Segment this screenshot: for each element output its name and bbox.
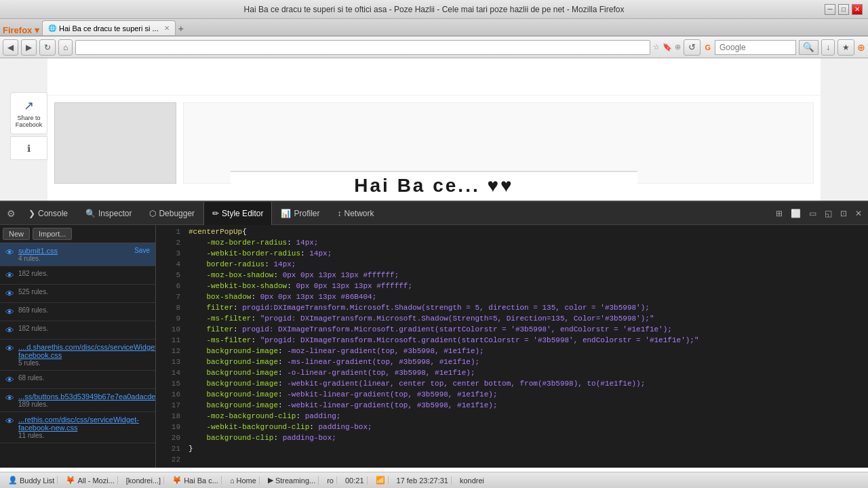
- stylesheet-visibility-icon[interactable]: 👁: [5, 344, 14, 354]
- stylesheet-name[interactable]: submit1.css: [18, 247, 130, 255]
- devtools-tab-style-editor[interactable]: ✏Style Editor: [203, 202, 272, 225]
- devtools-close-button[interactable]: ✕: [852, 206, 865, 221]
- devtools-tab-inspector[interactable]: 🔍Inspector: [77, 202, 140, 225]
- status-home[interactable]: ⌂ Home: [227, 476, 260, 485]
- close-button[interactable]: ✕: [852, 4, 863, 15]
- back-button[interactable]: ◀: [3, 39, 18, 56]
- new-tab-button[interactable]: +: [176, 22, 186, 35]
- debugger-tab-icon: ⬡: [149, 209, 156, 218]
- stylesheet-name[interactable]: ...ss/buttons.b53d53949b67e7ea0adacde4c2…: [18, 392, 155, 401]
- code-line[interactable]: 7 box-shadow: 0px 0px 13px 13px #86B404;: [156, 291, 868, 302]
- line-number: 3: [160, 248, 180, 259]
- code-editor[interactable]: 1#centerPopUp{2 -moz-border-radius: 14px…: [156, 225, 868, 468]
- code-line[interactable]: 4 border-radius: 14px;: [156, 259, 868, 270]
- devtools-minimize-button[interactable]: ▭: [806, 206, 820, 221]
- stylesheet-item-4[interactable]: 👁 182 rules.: [0, 321, 155, 340]
- line-number: 9: [160, 313, 180, 324]
- code-line[interactable]: 18 -moz-background-clip: padding;: [156, 411, 868, 422]
- stylesheet-name[interactable]: ....d.sharethis.com/disc/css/serviceWidg…: [18, 343, 155, 359]
- stylesheet-visibility-icon[interactable]: 👁: [5, 416, 14, 426]
- stylesheet-visibility-icon[interactable]: 👁: [5, 325, 14, 336]
- devtools-detach-button[interactable]: ⊡: [837, 206, 850, 221]
- browser-tab[interactable]: 🌐 Hai Ba ce dracu te superi si ... ✕: [42, 20, 176, 35]
- stylesheet-visibility-icon[interactable]: 👁: [5, 375, 14, 385]
- code-line[interactable]: 8 filter: progid:DXImageTransform.Micros…: [156, 302, 868, 313]
- devtools-dock-button[interactable]: ⬜: [787, 206, 804, 221]
- minimize-button[interactable]: ─: [825, 4, 835, 15]
- status-kondrei[interactable]: [kondrei...]: [123, 476, 164, 485]
- share-label[interactable]: Share to Facebook: [15, 115, 43, 128]
- address-bar[interactable]: poze-hazlii.com/hai-ba-ce-dracu-te-super…: [75, 40, 650, 55]
- devtools-settings-button[interactable]: ⚙: [3, 205, 20, 222]
- maximize-button[interactable]: □: [838, 4, 849, 15]
- stylesheet-item-1[interactable]: 👁 182 rules.: [0, 266, 155, 285]
- line-content: background-image: -webkit-gradient(linea…: [189, 378, 864, 389]
- devtools-tab-console[interactable]: ❯Console: [20, 202, 77, 225]
- code-line[interactable]: 2 -moz-border-radius: 14px;: [156, 237, 868, 248]
- code-line[interactable]: 22: [156, 454, 868, 465]
- tab-close-button[interactable]: ✕: [164, 24, 170, 32]
- bookmarks-button[interactable]: ★: [837, 39, 854, 56]
- stylesheet-item-3[interactable]: 👁 869 rules.: [0, 303, 155, 321]
- profiler-tab-icon: 📊: [281, 209, 291, 218]
- tab-title: Hai Ba ce dracu te superi si ...: [59, 24, 159, 33]
- code-line[interactable]: 21}: [156, 443, 868, 454]
- devtools-tab-profiler[interactable]: 📊Profiler: [272, 202, 328, 225]
- devtools-tab-debugger[interactable]: ⬡Debugger: [140, 202, 203, 225]
- stylesheet-item-0[interactable]: 👁 submit1.css 4 rules. Save: [0, 243, 155, 266]
- stylesheet-visibility-icon[interactable]: 👁: [5, 307, 14, 317]
- devtools-split-button[interactable]: ⊞: [772, 206, 786, 221]
- code-line[interactable]: 14 background-image: -o-linear-gradient(…: [156, 367, 868, 378]
- stylesheet-item-5[interactable]: 👁 ....d.sharethis.com/disc/css/serviceWi…: [0, 340, 155, 371]
- status-all-mozi[interactable]: 🦊 All - Mozi...: [63, 476, 117, 485]
- firefox-menu-button[interactable]: Firefox ▾: [3, 25, 39, 35]
- devtools-tab-network[interactable]: ↕Network: [328, 202, 382, 225]
- code-line[interactable]: 6 -webkit-box-shadow: 0px 0px 13px 13px …: [156, 281, 868, 291]
- reload-stop-button[interactable]: ↺: [684, 39, 701, 56]
- code-line[interactable]: 13 background-image: -ms-linear-gradient…: [156, 357, 868, 367]
- stylesheet-save-button[interactable]: Save: [134, 247, 150, 254]
- stylesheet-visibility-icon[interactable]: 👁: [5, 247, 14, 258]
- downloads-button[interactable]: ↓: [821, 39, 835, 56]
- stylesheet-item-6[interactable]: 👁 68 rules.: [0, 371, 155, 389]
- home-button[interactable]: ⌂: [58, 39, 73, 56]
- code-line[interactable]: 3 -webkit-border-radius: 14px;: [156, 248, 868, 259]
- network-tab-label: Network: [344, 209, 374, 218]
- stylesheet-visibility-icon[interactable]: 👁: [5, 289, 14, 299]
- search-go-button[interactable]: 🔍: [799, 40, 818, 55]
- forward-button[interactable]: ▶: [21, 39, 37, 56]
- line-content: -moz-box-shadow: 0px 0px 13px 13px #ffff…: [189, 270, 864, 281]
- code-line[interactable]: 1#centerPopUp{: [156, 226, 868, 237]
- stylesheet-visibility-icon[interactable]: 👁: [5, 393, 14, 403]
- stylesheet-item-8[interactable]: 👁 ...rethis.com/disc/css/serviceWidget-f…: [0, 412, 155, 443]
- code-line[interactable]: 9 -ms-filter: "progid: DXImageTransform.…: [156, 313, 868, 324]
- stylesheet-item-7[interactable]: 👁 ...ss/buttons.b53d53949b67e7ea0adacde4…: [0, 389, 155, 412]
- status-buddy-list[interactable]: 👤 Buddy List: [5, 476, 58, 485]
- code-line[interactable]: 11 -ms-filter: "progid: DXImageTransform…: [156, 335, 868, 346]
- search-input[interactable]: [715, 40, 796, 55]
- bookmark-star[interactable]: ☆: [653, 43, 660, 52]
- status-tab[interactable]: 🦊 Hai Ba c...: [170, 476, 222, 485]
- style-import-button[interactable]: Import...: [33, 228, 72, 240]
- bookmark-icon[interactable]: 🔖: [663, 43, 672, 52]
- code-line[interactable]: 19 -webkit-background-clip: padding-box;: [156, 422, 868, 432]
- line-content: [189, 454, 864, 465]
- stylesheet-info: ...ss/buttons.b53d53949b67e7ea0adacde4c2…: [18, 392, 155, 408]
- firefox-sync-icon[interactable]: ⊕: [857, 42, 865, 53]
- stylesheet-visibility-icon[interactable]: 👁: [5, 270, 14, 281]
- code-line[interactable]: 16 background-image: -webkit-linear-grad…: [156, 389, 868, 400]
- devtools-expand-button[interactable]: ◱: [821, 206, 835, 221]
- code-line[interactable]: 10 filter: progid: DXImageTransform.Micr…: [156, 324, 868, 335]
- code-line[interactable]: 15 background-image: -webkit-gradient(li…: [156, 378, 868, 389]
- stylesheet-name[interactable]: ...rethis.com/disc/css/serviceWidget-fac…: [18, 415, 150, 432]
- code-line[interactable]: 17 background-image: -webkit-linear-grad…: [156, 400, 868, 411]
- rss-icon[interactable]: ⊕: [675, 43, 681, 52]
- style-new-button[interactable]: New: [3, 228, 30, 240]
- status-streaming[interactable]: ▶ Streaming...: [265, 476, 319, 485]
- code-line[interactable]: 12 background-image: -moz-linear-gradien…: [156, 346, 868, 357]
- code-line[interactable]: 23: [156, 465, 868, 468]
- code-line[interactable]: 20 background-clip: padding-box;: [156, 432, 868, 443]
- code-line[interactable]: 5 -moz-box-shadow: 0px 0px 13px 13px #ff…: [156, 270, 868, 281]
- stylesheet-item-2[interactable]: 👁 525 rules.: [0, 285, 155, 303]
- reload-button[interactable]: ↻: [39, 39, 56, 56]
